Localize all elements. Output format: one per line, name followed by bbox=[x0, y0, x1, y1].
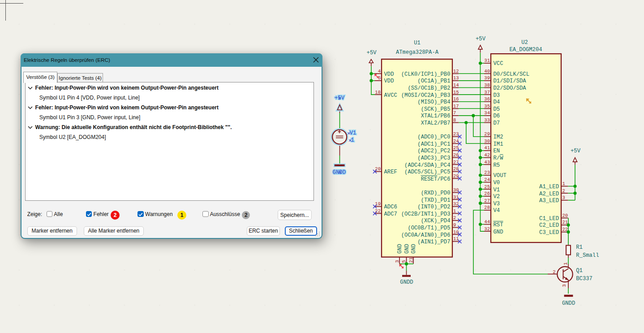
svg-text:RESET/PC6: RESET/PC6 bbox=[421, 176, 451, 182]
svg-text:8: 8 bbox=[453, 117, 456, 123]
svg-text:43: 43 bbox=[484, 160, 490, 165]
svg-text:16: 16 bbox=[453, 96, 459, 102]
svg-text:29: 29 bbox=[484, 131, 490, 137]
svg-text:GNDD: GNDD bbox=[400, 279, 413, 285]
svg-text:GND: GND bbox=[411, 244, 417, 254]
svg-text:V1: V1 bbox=[494, 187, 500, 193]
svg-text:V4: V4 bbox=[494, 208, 500, 214]
svg-text:D6: D6 bbox=[494, 113, 500, 119]
svg-text:3: 3 bbox=[562, 284, 567, 287]
svg-text:14: 14 bbox=[453, 82, 459, 88]
svg-text:(AIN1)_PD7: (AIN1)_PD7 bbox=[417, 239, 450, 245]
svg-text:32: 32 bbox=[484, 226, 490, 232]
svg-text:27: 27 bbox=[484, 198, 490, 203]
svg-text:VOUT: VOUT bbox=[494, 173, 507, 179]
svg-text:D5: D5 bbox=[494, 106, 500, 112]
svg-text:+5V: +5V bbox=[476, 36, 486, 42]
svg-text:(XCK)_PD4: (XCK)_PD4 bbox=[421, 218, 451, 224]
svg-text:28: 28 bbox=[484, 205, 490, 210]
svg-text:40: 40 bbox=[484, 69, 490, 74]
svg-text:23: 23 bbox=[453, 131, 459, 137]
svg-text:EN: EN bbox=[494, 148, 500, 154]
svg-text:ATmega328PA-A: ATmega328PA-A bbox=[396, 49, 439, 56]
svg-text:2: 2 bbox=[453, 215, 456, 221]
svg-text:1: 1 bbox=[453, 208, 456, 214]
svg-text:(OC0B/T1)_PD5: (OC0B/T1)_PD5 bbox=[408, 225, 450, 231]
svg-text:(OC2B/INT1)_PD3: (OC2B/INT1)_PD3 bbox=[401, 211, 451, 217]
svg-text:XTAL1/PB6: XTAL1/PB6 bbox=[421, 113, 451, 119]
svg-text:IM1: IM1 bbox=[494, 141, 503, 147]
svg-text:BC337: BC337 bbox=[576, 276, 592, 282]
svg-text:V0: V0 bbox=[494, 180, 500, 186]
svg-text:VDD: VDD bbox=[384, 78, 394, 84]
svg-text:R5: R5 bbox=[494, 162, 500, 169]
svg-text:25: 25 bbox=[453, 145, 459, 151]
svg-text:D0/SCLK/SCL: D0/SCLK/SCL bbox=[494, 71, 529, 78]
svg-text:30: 30 bbox=[484, 138, 490, 144]
svg-text:28: 28 bbox=[453, 166, 459, 172]
svg-text:R1: R1 bbox=[576, 244, 583, 251]
svg-text:GND: GND bbox=[494, 229, 503, 235]
svg-text:RST: RST bbox=[494, 222, 503, 228]
svg-text:15: 15 bbox=[453, 90, 459, 95]
svg-text:36: 36 bbox=[484, 96, 490, 102]
svg-text:D7: D7 bbox=[494, 120, 500, 126]
svg-text:(OC0A/AIN0)_PD6: (OC0A/AIN0)_PD6 bbox=[401, 232, 451, 238]
svg-text:V1: V1 bbox=[350, 130, 356, 136]
svg-text:+5V: +5V bbox=[367, 50, 377, 56]
svg-text:A3_LED: A3_LED bbox=[539, 198, 559, 204]
svg-text:IM2: IM2 bbox=[494, 134, 503, 140]
svg-text:(SCK)_PB5: (SCK)_PB5 bbox=[421, 106, 451, 112]
svg-text:2: 2 bbox=[562, 188, 565, 194]
svg-text:7: 7 bbox=[453, 110, 456, 116]
svg-text:A2_LED: A2_LED bbox=[539, 191, 559, 197]
svg-text:C3_LED: C3_LED bbox=[539, 229, 559, 236]
svg-text:GNDD: GNDD bbox=[333, 169, 346, 176]
svg-text:(INT0)_PD2: (INT0)_PD2 bbox=[417, 204, 450, 210]
svg-text:35: 35 bbox=[484, 104, 490, 109]
svg-text:D2/SDO/SDA: D2/SDO/SDA bbox=[494, 85, 527, 91]
svg-text:39: 39 bbox=[484, 75, 490, 81]
svg-text:(ADC5/SCL)_PC5: (ADC5/SCL)_PC5 bbox=[404, 169, 450, 175]
svg-text:ADC7: ADC7 bbox=[384, 211, 397, 217]
svg-text:GND: GND bbox=[404, 244, 410, 254]
svg-text:1: 1 bbox=[351, 137, 354, 143]
svg-text:VDD: VDD bbox=[384, 71, 394, 78]
svg-text:24: 24 bbox=[453, 138, 459, 144]
svg-text:R/W: R/W bbox=[494, 155, 504, 161]
svg-text:(SS/OC1B)_PB2: (SS/OC1B)_PB2 bbox=[408, 85, 450, 91]
svg-text:XTAL2/PB7: XTAL2/PB7 bbox=[421, 120, 451, 126]
svg-text:2: 2 bbox=[553, 269, 555, 275]
svg-text:25: 25 bbox=[484, 184, 490, 190]
svg-text:18: 18 bbox=[375, 90, 381, 95]
svg-text:D1/SDI/SDA: D1/SDI/SDA bbox=[494, 78, 527, 84]
svg-text:33: 33 bbox=[484, 117, 490, 123]
svg-text:(MISO)_PB4: (MISO)_PB4 bbox=[417, 99, 450, 105]
svg-text:A1_LED: A1_LED bbox=[539, 184, 559, 190]
svg-text:Q1: Q1 bbox=[576, 268, 583, 274]
svg-text:21: 21 bbox=[408, 257, 414, 263]
svg-text:41: 41 bbox=[484, 145, 490, 151]
svg-text:EA_DOGM204: EA_DOGM204 bbox=[509, 47, 542, 53]
svg-text:31: 31 bbox=[453, 195, 459, 200]
svg-text:9: 9 bbox=[453, 222, 456, 228]
svg-text:30: 30 bbox=[453, 187, 459, 193]
svg-text:3: 3 bbox=[562, 195, 565, 200]
svg-text:D3: D3 bbox=[494, 92, 500, 99]
svg-text:17: 17 bbox=[453, 104, 459, 109]
svg-text:(ADC4/SDA)_PC4: (ADC4/SDA)_PC4 bbox=[404, 162, 450, 169]
svg-text:(ADC1)_PC1: (ADC1)_PC1 bbox=[417, 141, 450, 147]
svg-text:34: 34 bbox=[484, 110, 490, 116]
svg-text:C2_LED: C2_LED bbox=[539, 222, 559, 229]
svg-text:V2: V2 bbox=[494, 194, 500, 200]
svg-text:GND: GND bbox=[397, 244, 403, 254]
svg-text:12: 12 bbox=[453, 69, 459, 74]
svg-text:+5V: +5V bbox=[571, 148, 581, 154]
svg-text:38: 38 bbox=[484, 82, 490, 88]
svg-text:(MOSI/OC2A)_PB3: (MOSI/OC2A)_PB3 bbox=[401, 92, 451, 99]
svg-text:C1_LED: C1_LED bbox=[539, 216, 559, 222]
svg-text:4: 4 bbox=[378, 69, 381, 74]
svg-text:20: 20 bbox=[562, 213, 568, 218]
svg-text:3: 3 bbox=[395, 260, 400, 263]
svg-text:26: 26 bbox=[484, 191, 490, 196]
